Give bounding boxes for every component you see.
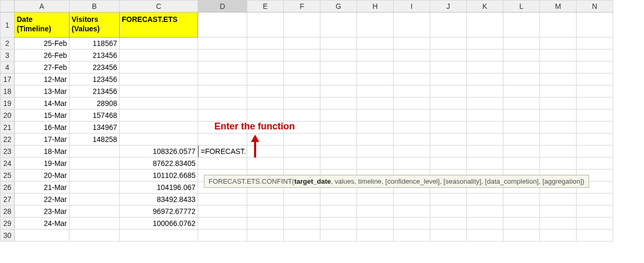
col-header-M[interactable]: M [540,1,577,13]
col-header-A[interactable]: A [15,1,70,13]
cell-F4[interactable] [284,62,320,74]
col-header-C[interactable]: C [120,1,198,13]
cell-G19[interactable] [320,98,357,110]
cell-M17[interactable] [540,74,577,86]
cell-A30[interactable] [15,230,70,242]
cell-F24[interactable] [284,158,320,170]
cell-C1[interactable]: FORECAST.ETS [120,13,198,38]
row-header-21[interactable]: 21 [1,122,15,134]
cell-A22[interactable]: 17-Mar [15,134,70,146]
cell-A26[interactable]: 21-Mar [15,182,70,194]
cell-D19[interactable] [198,98,247,110]
cell-B25[interactable] [70,170,120,182]
cell-C20[interactable] [120,110,198,122]
cell-C27[interactable]: 83492.8433 [120,194,198,206]
cell-N3[interactable] [577,50,613,62]
cell-N27[interactable] [577,194,613,206]
col-header-L[interactable]: L [503,1,540,13]
cell-C24[interactable]: 87622.83405 [120,158,198,170]
cell-J17[interactable] [430,74,467,86]
cell-A29[interactable]: 24-Mar [15,218,70,230]
cell-K23[interactable] [467,146,503,158]
cell-B27[interactable] [70,194,120,206]
cell-K20[interactable] [467,110,503,122]
cell-B20[interactable]: 157468 [70,110,120,122]
cell-C17[interactable] [120,74,198,86]
cell-H30[interactable] [357,230,394,242]
cell-B4[interactable]: 223456 [70,62,120,74]
cell-M29[interactable] [540,218,577,230]
cell-H24[interactable] [357,158,394,170]
cell-E19[interactable] [247,98,284,110]
row-header-19[interactable]: 19 [1,98,15,110]
row-header-2[interactable]: 2 [1,38,15,50]
cell-C26[interactable]: 104196.067 [120,182,198,194]
cell-G23[interactable] [320,146,357,158]
cell-I30[interactable] [394,230,430,242]
cell-D2[interactable] [198,38,247,50]
cell-N19[interactable] [577,98,613,110]
cell-D24[interactable] [198,158,247,170]
cell-E27[interactable] [247,194,284,206]
cell-A28[interactable]: 23-Mar [15,206,70,218]
cell-J18[interactable] [430,86,467,98]
cell-F30[interactable] [284,230,320,242]
cell-A19[interactable]: 14-Mar [15,98,70,110]
cell-M1[interactable] [540,13,577,38]
cell-K18[interactable] [467,86,503,98]
row-header-18[interactable]: 18 [1,86,15,98]
cell-D20[interactable] [198,110,247,122]
cell-H3[interactable] [357,50,394,62]
cell-L2[interactable] [503,38,540,50]
cell-J20[interactable] [430,110,467,122]
cell-K21[interactable] [467,122,503,134]
row-header-3[interactable]: 3 [1,50,15,62]
cell-K19[interactable] [467,98,503,110]
cell-J29[interactable] [430,218,467,230]
cell-C21[interactable] [120,122,198,134]
cell-I23[interactable] [394,146,430,158]
cell-J22[interactable] [430,134,467,146]
cell-H17[interactable] [357,74,394,86]
cell-A3[interactable]: 26-Feb [15,50,70,62]
cell-L27[interactable] [503,194,540,206]
cell-N30[interactable] [577,230,613,242]
cell-B30[interactable] [70,230,120,242]
cell-D29[interactable] [198,218,247,230]
cell-I2[interactable] [394,38,430,50]
cell-B24[interactable] [70,158,120,170]
cell-N1[interactable] [577,13,613,38]
cell-A20[interactable]: 15-Mar [15,110,70,122]
cell-C22[interactable] [120,134,198,146]
cell-A4[interactable]: 27-Feb [15,62,70,74]
cell-N4[interactable] [577,62,613,74]
formula-input[interactable]: =FORECAST.ETS.CONFINT( [198,146,247,158]
cell-J21[interactable] [430,122,467,134]
cell-M23[interactable] [540,146,577,158]
cell-H4[interactable] [357,62,394,74]
cell-N29[interactable] [577,218,613,230]
cell-K2[interactable] [467,38,503,50]
cell-L24[interactable] [503,158,540,170]
cell-K4[interactable] [467,62,503,74]
cell-B29[interactable] [70,218,120,230]
col-header-I[interactable]: I [394,1,430,13]
cell-H27[interactable] [357,194,394,206]
col-header-H[interactable]: H [357,1,394,13]
cell-L23[interactable] [503,146,540,158]
cell-N20[interactable] [577,110,613,122]
cell-C23[interactable]: 108326.0577 [120,146,198,158]
cell-M21[interactable] [540,122,577,134]
cell-L21[interactable] [503,122,540,134]
cell-I24[interactable] [394,158,430,170]
cell-I21[interactable] [394,122,430,134]
cell-B3[interactable]: 213456 [70,50,120,62]
cell-G4[interactable] [320,62,357,74]
cell-F22[interactable] [284,134,320,146]
cell-K27[interactable] [467,194,503,206]
cell-F29[interactable] [284,218,320,230]
cell-L20[interactable] [503,110,540,122]
cell-G30[interactable] [320,230,357,242]
cell-H1[interactable] [357,13,394,38]
cell-H21[interactable] [357,122,394,134]
